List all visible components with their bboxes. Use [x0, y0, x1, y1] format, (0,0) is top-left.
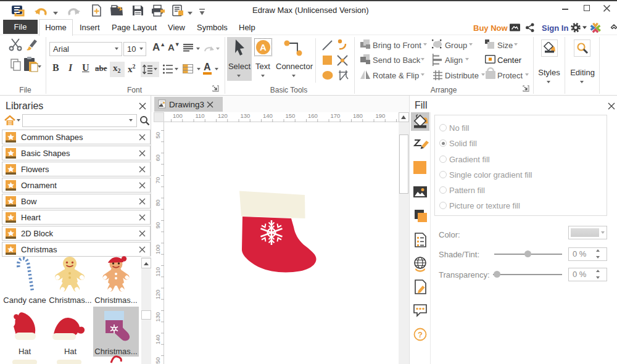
- svg-text:70: 70: [154, 177, 161, 184]
- svg-text:110: 110: [196, 112, 205, 119]
- svg-text:120: 120: [154, 290, 161, 300]
- svg-text:130: 130: [241, 112, 251, 119]
- svg-text:110: 110: [154, 267, 161, 276]
- svg-text:130: 130: [154, 312, 161, 322]
- svg-text:140: 140: [154, 335, 161, 345]
- svg-text:190: 190: [376, 112, 386, 119]
- svg-text:180: 180: [353, 112, 363, 119]
- svg-text:90: 90: [154, 222, 161, 229]
- svg-text:160: 160: [308, 112, 318, 119]
- svg-text:140: 140: [263, 112, 273, 119]
- svg-text:100: 100: [173, 112, 183, 119]
- svg-text:50: 50: [154, 132, 161, 139]
- svg-text:80: 80: [154, 200, 161, 207]
- svg-text:60: 60: [154, 155, 161, 162]
- svg-text:?: ?: [418, 330, 423, 339]
- svg-text:150: 150: [286, 112, 296, 119]
- svg-text:170: 170: [331, 112, 341, 119]
- svg-text:100: 100: [154, 245, 161, 255]
- svg-text:150: 150: [154, 357, 161, 364]
- svg-text:120: 120: [218, 112, 228, 119]
